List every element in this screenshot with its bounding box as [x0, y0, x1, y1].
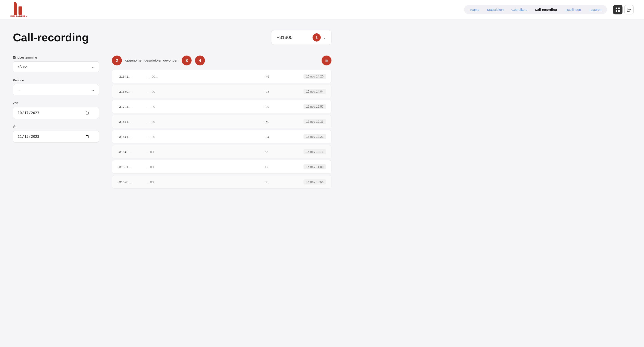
results-summary: opgenomen gesprekken gevonden: [125, 58, 178, 62]
call-number: +31642…: [117, 150, 143, 154]
svg-rect-6: [618, 10, 620, 12]
svg-rect-5: [616, 10, 617, 12]
periode-select[interactable]: ...: [13, 84, 99, 95]
call-date: 15 nov 11:08: [304, 164, 326, 170]
call-destination: … 00: [148, 105, 260, 108]
filter-periode: Periode ...: [13, 78, 99, 95]
nav-instellingen[interactable]: Instellingen: [561, 6, 584, 13]
nav-statistieken[interactable]: Statistieken: [484, 6, 507, 13]
logo-label: BELFABRIEK: [10, 15, 28, 18]
phone-number-text: +31800: [276, 35, 310, 40]
call-duration: 12: [265, 165, 282, 169]
call-date: 15 nov 12:36: [304, 119, 326, 124]
table-row[interactable]: +31641… … 00… :46 15 nov 14:20: [112, 70, 332, 83]
call-duration: :46: [265, 75, 282, 78]
badge-2: 2: [112, 56, 122, 66]
table-row[interactable]: +31641… … 00 :34 15 nov 12:22: [112, 130, 332, 143]
call-duration: :50: [265, 120, 282, 124]
table-row[interactable]: +31630… … 00 :23 15 nov 14:04: [112, 85, 332, 98]
table-row[interactable]: +31704… … 00 :09 15 nov 12:57: [112, 100, 332, 113]
call-number: +31630…: [117, 90, 143, 94]
filter-eindbestemming: Eindbestemming <Alle>: [13, 56, 99, 72]
nav-facturen[interactable]: Facturen: [585, 6, 605, 13]
eindbestemming-select[interactable]: <Alle>: [13, 61, 99, 72]
grid-icon-btn[interactable]: [613, 5, 622, 14]
results-panel: 2 opgenomen gesprekken gevonden 3 4 5 +3…: [112, 56, 332, 190]
phone-number-selector[interactable]: +31800 1 ⌄: [271, 30, 332, 45]
call-date: 15 nov 12:57: [304, 104, 326, 109]
eindbestemming-label: Eindbestemming: [13, 56, 99, 59]
filter-van: van: [13, 101, 99, 119]
nav-teams[interactable]: Teams: [466, 6, 482, 13]
tm-label: t/m: [13, 125, 99, 128]
call-destination: … 00: [148, 120, 260, 124]
tm-input-wrapper: [13, 131, 99, 142]
call-duration: :23: [265, 90, 282, 94]
call-number: +31641…: [117, 120, 143, 124]
results-header: 2 opgenomen gesprekken gevonden 3 4 5: [112, 56, 332, 66]
van-label: van: [13, 101, 99, 105]
van-input-wrapper: [13, 107, 99, 119]
svg-rect-0: [14, 4, 17, 15]
badge-4: 4: [195, 56, 205, 66]
table-row[interactable]: +31651… .. 00 12 15 nov 11:08: [112, 160, 332, 174]
call-number: +31620…: [117, 180, 143, 184]
svg-rect-4: [618, 8, 620, 9]
van-date-input[interactable]: [13, 107, 99, 119]
periode-select-wrapper: ...: [13, 84, 99, 95]
main-content: Call-recording +31800 1 ⌄ Eindbestemming…: [0, 19, 344, 201]
badge-3: 3: [182, 56, 192, 66]
call-destination: … 00: [148, 135, 260, 139]
call-date: 15 nov 12:11: [304, 149, 326, 154]
nav-links: Teams Statistieken Gebruikers Call-recor…: [464, 5, 607, 14]
logout-icon-btn[interactable]: [624, 5, 634, 14]
page-header: Call-recording +31800 1 ⌄: [13, 30, 332, 45]
table-row[interactable]: +31642… .. 00: 56 15 nov 12:11: [112, 145, 332, 158]
table-row[interactable]: +31641… … 00 :50 15 nov 12:36: [112, 115, 332, 128]
nav-call-recording[interactable]: Call-recording: [532, 6, 560, 13]
call-duration: 03: [265, 180, 282, 184]
call-number: +31651…: [117, 165, 143, 169]
nav-gebruikers[interactable]: Gebruikers: [508, 6, 530, 13]
eindbestemming-select-wrapper: <Alle>: [13, 61, 99, 72]
badge-5: 5: [322, 56, 332, 66]
call-number: +31704…: [117, 105, 143, 108]
periode-label: Periode: [13, 78, 99, 82]
call-destination: .. 00:: [148, 180, 260, 184]
svg-rect-1: [18, 6, 22, 15]
call-rows-container: +31641… … 00… :46 15 nov 14:20 +31630… ……: [112, 70, 332, 188]
call-duration: :34: [265, 135, 282, 139]
svg-rect-2: [14, 2, 16, 4]
chevron-down-icon: ⌄: [323, 36, 326, 40]
call-destination: .. 00: [148, 165, 260, 169]
table-row[interactable]: +31620… .. 00: 03 15 nov 10:55: [112, 175, 332, 188]
filters-panel: Eindbestemming <Alle> Periode ... van: [13, 56, 99, 190]
call-date: 15 nov 14:04: [304, 89, 326, 94]
call-destination: … 00: [148, 90, 260, 94]
content-layout: Eindbestemming <Alle> Periode ... van: [13, 56, 332, 190]
filter-tm: t/m: [13, 125, 99, 142]
call-date: 15 nov 14:20: [304, 74, 326, 79]
call-number: +31641…: [117, 75, 143, 78]
call-duration: 56: [265, 150, 282, 154]
call-destination: … 00…: [148, 75, 260, 78]
call-duration: :09: [265, 105, 282, 108]
navbar: BELFABRIEK Teams Statistieken Gebruikers…: [0, 0, 644, 19]
call-date: 15 nov 10:55: [304, 179, 326, 184]
call-number: +31641…: [117, 135, 143, 139]
svg-rect-3: [616, 8, 617, 9]
page-title: Call-recording: [13, 31, 89, 44]
tm-date-input[interactable]: [13, 131, 99, 142]
logo[interactable]: BELFABRIEK: [10, 2, 28, 18]
call-date: 15 nov 12:22: [304, 134, 326, 139]
call-destination: .. 00:: [148, 150, 260, 154]
selector-badge: 1: [312, 33, 321, 42]
